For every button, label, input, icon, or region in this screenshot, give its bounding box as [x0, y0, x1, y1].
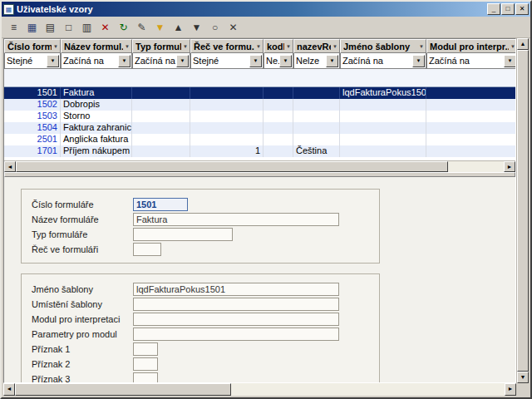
vertical-scrollbar[interactable]: ▲ ▼ [516, 38, 529, 383]
chevron-down-icon[interactable]: ▼ [256, 44, 261, 49]
grid-horizontal-scrollbar[interactable]: ◄ ► [4, 160, 515, 172]
scroll-down-icon[interactable]: ▼ [517, 372, 529, 383]
filter-combo-cislo[interactable]: Stejné▼ [4, 53, 61, 69]
field-input[interactable] [133, 328, 339, 341]
column-header-nazevreci[interactable]: nazevReci▼ [293, 39, 340, 53]
table-row[interactable]: 1502Dobropis [4, 99, 515, 111]
field-input[interactable] [133, 243, 161, 256]
maximize-button[interactable]: □ [501, 3, 515, 15]
column-header-label: Modul pro interpr... [430, 42, 509, 52]
chevron-down-icon[interactable]: ▼ [176, 55, 189, 67]
grid-scrollbar-thumb[interactable] [16, 161, 448, 172]
detail-group-form: Číslo formuláře1501Název formulářeFaktur… [21, 189, 380, 264]
chevron-down-icon[interactable]: ▼ [504, 55, 515, 67]
chevron-down-icon[interactable]: ▼ [286, 44, 291, 49]
column-header-rec[interactable]: Řeč ve formu...▼ [190, 39, 264, 53]
filter-combo-nazevreci[interactable]: Nelze▼ [293, 53, 340, 69]
chevron-down-icon[interactable]: ▼ [125, 44, 130, 49]
refresh-button[interactable]: ↻ [115, 19, 132, 36]
table-row[interactable]: 1503Storno [4, 111, 515, 122]
chevron-down-icon[interactable]: ▼ [183, 44, 188, 49]
cell-kodr [264, 134, 293, 145]
field-input[interactable] [133, 298, 339, 311]
scroll-left-icon[interactable]: ◄ [3, 383, 15, 396]
chevron-down-icon[interactable]: ▼ [332, 44, 337, 49]
chevron-down-icon[interactable]: ▼ [419, 44, 424, 49]
field-input[interactable] [133, 313, 339, 326]
scroll-left-icon[interactable]: ◄ [4, 161, 16, 172]
column-header-nazev[interactable]: Název formul...▼ [61, 39, 132, 53]
chevron-down-icon[interactable]: ▼ [53, 44, 58, 49]
filter-combo-nazev[interactable]: Začíná na▼ [61, 53, 132, 69]
column-header-cislo[interactable]: Číslo formul...▼ [4, 39, 61, 53]
edit-button[interactable]: ✎ [133, 19, 150, 36]
scroll-up-icon[interactable]: ▲ [517, 38, 529, 50]
bottom-scrollbar-track[interactable] [231, 383, 505, 396]
chevron-down-icon[interactable]: ▼ [412, 55, 425, 67]
titlebar[interactable]: ▦ Uživatelské vzory _ □ ✕ [2, 2, 530, 17]
grid-scrollbar-track[interactable] [448, 161, 504, 172]
table-row[interactable]: 1504Faktura zahranicni [4, 122, 515, 134]
chevron-down-icon[interactable]: ▼ [326, 55, 338, 67]
column-header-typ[interactable]: Typ formul...▼ [132, 39, 190, 53]
filter-combo-typ[interactable]: Začíná na▼ [132, 53, 190, 69]
field-row: Číslo formuláře1501 [32, 197, 371, 211]
field-label: Název formuláře [32, 214, 133, 224]
close-button[interactable]: ✕ [224, 19, 242, 36]
field-input[interactable]: Faktura [133, 213, 339, 226]
bottom-horizontal-scrollbar[interactable]: ◄ ► [3, 383, 529, 396]
field-input[interactable] [133, 372, 158, 383]
column-header-modul[interactable]: Modul pro interpr...▼ [426, 39, 515, 53]
filter-button[interactable]: ▼ [151, 19, 169, 36]
field-input[interactable]: 1501 [133, 198, 188, 211]
column-header-label: Číslo formul... [7, 42, 52, 52]
scroll-right-icon[interactable]: ► [505, 383, 516, 396]
delete-button[interactable]: ✕ [96, 19, 114, 36]
chevron-down-icon[interactable]: ▼ [118, 55, 131, 67]
cell-sablona [340, 145, 426, 157]
chevron-down-icon[interactable]: ▼ [279, 55, 292, 67]
search-icon: ○ [212, 22, 218, 33]
field-input[interactable] [133, 228, 233, 241]
sort-desc-button[interactable]: ▼ [188, 19, 205, 36]
cell-typ [132, 134, 190, 145]
grid-empty-strip [4, 69, 515, 87]
column-header-label: Typ formul... [135, 42, 181, 52]
menu-button[interactable]: ≡ [5, 19, 22, 36]
print-button[interactable]: ▤ [42, 19, 59, 36]
minimize-button[interactable]: _ [487, 3, 500, 15]
cell-rec [190, 111, 264, 122]
column-header-sablona[interactable]: Jméno šablony▼ [340, 39, 426, 53]
grid-filter-row: Stejné▼Začíná na▼Začíná na▼Stejné▼Ne...▼… [4, 53, 515, 69]
column-header-kodr[interactable]: kodR...▼ [264, 39, 293, 53]
cell-nazev: Příjem nákupem [61, 145, 132, 157]
new-record-button[interactable]: □ [60, 19, 77, 36]
field-input[interactable]: lqdFakturaPokus1501 [133, 283, 339, 296]
close-button[interactable]: ✕ [515, 3, 529, 15]
vertical-scrollbar-thumb[interactable] [517, 50, 529, 372]
sort-asc-button[interactable]: ▲ [170, 19, 187, 36]
chevron-down-icon[interactable]: ▼ [510, 44, 515, 49]
table-row[interactable]: 1501FakturalqdFakturaPokus1501 [4, 87, 515, 99]
sort-desc-icon: ▼ [192, 22, 202, 33]
field-input[interactable] [133, 357, 158, 371]
field-input[interactable] [133, 342, 158, 356]
copy-button[interactable]: ▥ [78, 19, 96, 36]
cell-sablona [340, 99, 426, 111]
search-button[interactable]: ○ [206, 19, 224, 36]
grid-button[interactable]: ▦ [23, 19, 41, 36]
table-row[interactable]: 1701Příjem nákupem1Čeština [4, 145, 515, 157]
filter-combo-rec[interactable]: Stejné▼ [190, 53, 264, 69]
cell-kodr [264, 122, 293, 134]
filter-combo-kodr[interactable]: Ne...▼ [264, 53, 293, 69]
scroll-right-icon[interactable]: ► [504, 161, 515, 172]
field-row: Jméno šablonylqdFakturaPokus1501 [32, 282, 371, 296]
chevron-down-icon[interactable]: ▼ [249, 55, 262, 67]
table-row[interactable]: 2501Anglicka faktura [4, 134, 515, 145]
filter-combo-sablona[interactable]: Začíná na▼ [340, 53, 426, 69]
filter-combo-modul[interactable]: Začíná na▼ [426, 53, 515, 69]
chevron-down-icon[interactable]: ▼ [47, 55, 59, 67]
bottom-scrollbar-thumb[interactable] [15, 383, 231, 396]
refresh-icon: ↻ [119, 22, 127, 33]
grid-header: Číslo formul...▼Název formul...▼Typ form… [4, 39, 515, 53]
